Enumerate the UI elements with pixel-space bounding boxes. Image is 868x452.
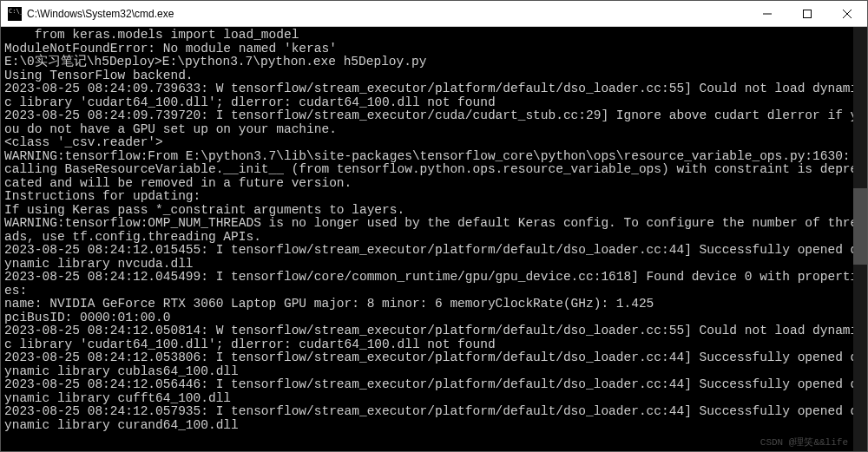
svg-rect-1 (804, 10, 812, 17)
terminal-line: E:\0实习笔记\h5Deploy>E:\python3.7\python.ex… (4, 56, 864, 69)
terminal-line: 2023-08-25 08:24:09.739720: I tensorflow… (4, 109, 864, 136)
titlebar[interactable]: C:\Windows\System32\cmd.exe (1, 1, 867, 27)
terminal-line: ModuleNotFoundError: No module named 'ke… (4, 43, 864, 56)
terminal-line: name: NVIDIA GeForce RTX 3060 Laptop GPU… (4, 298, 864, 311)
terminal-line: 2023-08-25 08:24:12.057935: I tensorflow… (4, 405, 864, 432)
close-button[interactable] (827, 1, 867, 26)
scrollbar-thumb[interactable] (853, 188, 867, 265)
terminal-line: WARNING:tensorflow:From E:\python3.7\lib… (4, 150, 864, 191)
terminal-line: 2023-08-25 08:24:12.053806: I tensorflow… (4, 351, 864, 378)
terminal-line: Instructions for updating: (4, 190, 864, 204)
maximize-button[interactable] (787, 1, 827, 26)
terminal-line: 2023-08-25 08:24:12.050814: W tensorflow… (4, 324, 864, 351)
terminal-output[interactable]: from keras.models import load_modelModul… (1, 27, 867, 451)
terminal-line: pciBusID: 0000:01:00.0 (4, 311, 864, 325)
watermark: CSDN @理笑&&life (760, 436, 848, 450)
terminal-line: 2023-08-25 08:24:12.056446: I tensorflow… (4, 378, 864, 405)
scrollbar[interactable] (853, 27, 867, 451)
cmd-window: C:\Windows\System32\cmd.exe from keras.m… (0, 0, 868, 452)
terminal-line: 2023-08-25 08:24:09.739633: W tensorflow… (4, 82, 864, 109)
minimize-button[interactable] (747, 1, 787, 26)
terminal-line: from keras.models import load_model (4, 29, 864, 43)
terminal-line: If using Keras pass *_constraint argumen… (4, 204, 864, 218)
terminal-line: <class '_csv.reader'> (4, 136, 864, 150)
cmd-icon (8, 7, 22, 21)
terminal-line: 2023-08-25 08:24:12.045499: I tensorflow… (4, 271, 864, 298)
terminal-line: Using TensorFlow backend. (4, 69, 864, 83)
terminal-line: WARNING:tensorflow:OMP_NUM_THREADS is no… (4, 217, 864, 244)
window-title: C:\Windows\System32\cmd.exe (27, 8, 747, 20)
window-controls (747, 1, 867, 26)
terminal-line: 2023-08-25 08:24:12.015455: I tensorflow… (4, 244, 864, 271)
